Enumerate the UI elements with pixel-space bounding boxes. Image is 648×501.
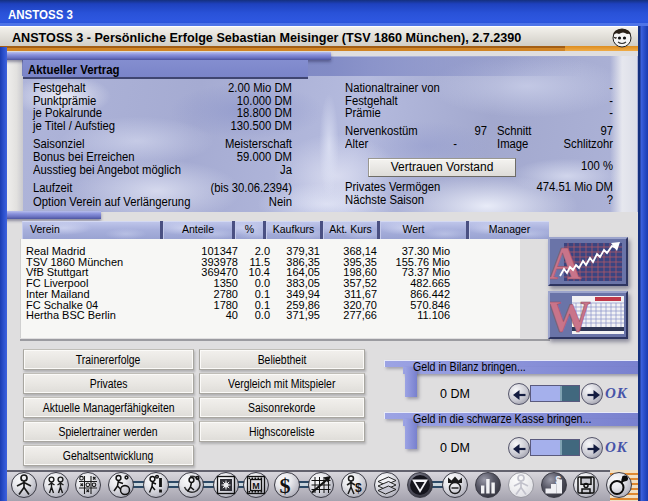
svg-text:M: M [252,481,260,491]
svg-text:A: A [550,239,581,284]
svg-text:W: W [550,293,591,337]
svg-text:$: $ [280,473,291,497]
svg-text:$: $ [556,475,562,486]
svg-text:$: $ [355,481,362,495]
